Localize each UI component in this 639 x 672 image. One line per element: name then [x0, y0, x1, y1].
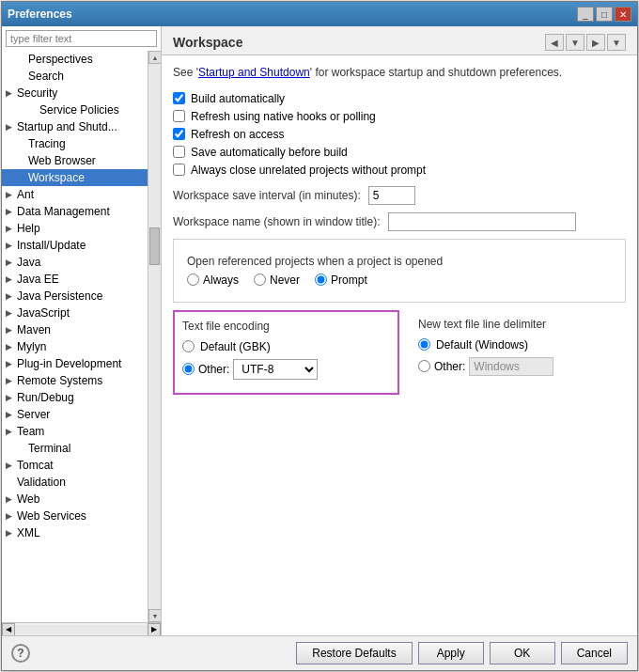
tree-item-search[interactable]: Search [2, 68, 148, 85]
other-encoding-row: Other: UTF-8 UTF-16 ISO-8859-1 GBK [182, 359, 390, 380]
tree-arrow-remote-systems: ▶ [6, 376, 17, 385]
tree-label-terminal: Terminal [28, 442, 70, 455]
text-encoding-box: Text file encoding Default (GBK) Other: … [173, 310, 399, 395]
apply-button[interactable]: Apply [418, 642, 484, 664]
checkbox-save-auto[interactable] [173, 146, 185, 158]
tree-item-team[interactable]: ▶Team [2, 423, 148, 440]
default-windows-radio[interactable] [418, 338, 430, 351]
tree-item-javascript[interactable]: ▶JavaScript [2, 305, 148, 321]
tree-label-javascript: JavaScript [17, 306, 70, 320]
save-interval-input[interactable] [368, 186, 415, 205]
always-option[interactable]: Always [187, 273, 239, 287]
prompt-radio[interactable] [315, 273, 327, 286]
filter-input[interactable] [6, 30, 157, 47]
tree-item-help[interactable]: ▶Help [2, 220, 148, 237]
cancel-button[interactable]: Cancel [561, 642, 628, 664]
tree-item-server[interactable]: ▶Server [2, 406, 148, 423]
tree-item-ant[interactable]: ▶Ant [2, 186, 148, 203]
other-encoding-radio[interactable] [182, 363, 195, 375]
always-label: Always [203, 273, 239, 287]
tree-item-java-ee[interactable]: ▶Java EE [2, 271, 148, 288]
tree-label-tomcat: Tomcat [17, 459, 54, 472]
help-button[interactable]: ? [11, 644, 30, 663]
checkbox-build-auto[interactable] [173, 92, 185, 104]
tree-item-terminal[interactable]: Terminal [2, 440, 148, 457]
tree-arrow-help: ▶ [6, 224, 17, 233]
tree-item-run-debug[interactable]: ▶Run/Debug [2, 389, 148, 406]
scroll-up-button[interactable]: ▲ [148, 51, 161, 64]
prompt-option[interactable]: Prompt [315, 273, 367, 287]
nav-dropdown-button[interactable]: ▼ [566, 34, 584, 51]
tree-scroll-wrap: PerspectivesSearch▶SecurityService Polic… [2, 51, 161, 622]
tree-item-xml[interactable]: ▶XML [2, 524, 148, 541]
checkbox-label-refresh-access: Refresh on access [191, 128, 284, 141]
tree-label-mylyn: Mylyn [17, 340, 46, 353]
tree-item-mylyn[interactable]: ▶Mylyn [2, 338, 148, 355]
tree-item-web-services[interactable]: ▶Web Services [2, 508, 148, 524]
tree-item-perspectives[interactable]: Perspectives [2, 51, 148, 68]
checkbox-refresh-access[interactable] [173, 128, 185, 140]
scroll-down-button[interactable]: ▼ [148, 609, 161, 622]
scroll-thumb[interactable] [149, 227, 160, 265]
tree-label-java: Java [17, 256, 40, 269]
prompt-label: Prompt [331, 273, 367, 287]
tree-label-search: Search [28, 70, 64, 83]
tree-item-tomcat[interactable]: ▶Tomcat [2, 457, 148, 474]
scroll-left-button[interactable]: ◀ [2, 623, 15, 636]
maximize-button[interactable]: □ [596, 7, 613, 22]
scroll-track[interactable] [148, 64, 161, 609]
tree-item-install-update[interactable]: ▶Install/Update [2, 237, 148, 254]
save-interval-label: Workspace save interval (in minutes): [173, 189, 361, 202]
tree-item-workspace[interactable]: Workspace [2, 169, 148, 186]
never-option[interactable]: Never [254, 273, 300, 287]
right-content: See 'Startup and Shutdown' for workspace… [162, 55, 637, 635]
tree-item-validation[interactable]: Validation [2, 474, 148, 491]
tree-item-plugin-development[interactable]: ▶Plug-in Development [2, 355, 148, 372]
default-windows-row: Default (Windows) [418, 338, 626, 352]
tree-item-maven[interactable]: ▶Maven [2, 321, 148, 338]
tree-label-run-debug: Run/Debug [17, 391, 74, 404]
nav-forward-dropdown-button[interactable]: ▼ [607, 34, 626, 51]
tree-item-java-persistence[interactable]: ▶Java Persistence [2, 288, 148, 305]
tree-item-data-management[interactable]: ▶Data Management [2, 203, 148, 220]
tree-item-web-browser[interactable]: Web Browser [2, 152, 148, 169]
tree-item-security[interactable]: ▶Security [2, 85, 148, 102]
startup-shutdown-link[interactable]: Startup and Shutdown [198, 66, 310, 79]
horiz-scroll-track[interactable] [15, 625, 148, 634]
tree-arrow-java-ee: ▶ [6, 274, 17, 284]
open-projects-radios: Always Never Prompt [187, 273, 617, 287]
tree-arrow-ant: ▶ [6, 190, 17, 199]
default-gbk-radio[interactable] [182, 340, 195, 352]
minimize-button[interactable]: _ [577, 7, 594, 22]
tree-arrow-java-persistence: ▶ [6, 291, 17, 301]
always-radio[interactable] [187, 273, 199, 286]
tree-label-workspace: Workspace [28, 171, 85, 184]
tree-item-startup-shutdown[interactable]: ▶Startup and Shutd... [2, 118, 148, 135]
delimiter-input [469, 357, 553, 376]
tree-item-java[interactable]: ▶Java [2, 254, 148, 271]
workspace-name-input[interactable] [388, 212, 576, 231]
tree-item-remote-systems[interactable]: ▶Remote Systems [2, 372, 148, 389]
tree-item-tracing[interactable]: Tracing [2, 135, 148, 152]
tree-label-tracing: Tracing [28, 137, 66, 150]
bottom-left: ? [11, 644, 30, 663]
ok-button[interactable]: OK [490, 642, 555, 664]
close-button[interactable]: ✕ [615, 7, 631, 22]
vertical-scrollbar[interactable]: ▲ ▼ [148, 51, 161, 622]
restore-defaults-button[interactable]: Restore Defaults [296, 642, 412, 664]
tree-arrow-tomcat: ▶ [6, 461, 17, 470]
other-delimiter-radio[interactable] [418, 360, 430, 372]
checkbox-close-unrelated[interactable] [173, 164, 185, 176]
nav-forward-button[interactable]: ▶ [586, 34, 605, 51]
description-post: ' for workspace startup and shutdown pre… [310, 66, 562, 79]
tree-label-security: Security [17, 86, 57, 100]
tree-item-web[interactable]: ▶Web [2, 491, 148, 508]
never-radio[interactable] [254, 273, 266, 286]
checkbox-refresh-native[interactable] [173, 110, 185, 122]
scroll-right-button[interactable]: ▶ [148, 623, 161, 636]
tree-item-service-policies[interactable]: Service Policies [2, 102, 148, 118]
encoding-dropdown[interactable]: UTF-8 UTF-16 ISO-8859-1 GBK [233, 359, 318, 380]
nav-back-button[interactable]: ◀ [545, 34, 564, 51]
tree-label-service-policies: Service Policies [39, 103, 119, 117]
horizontal-scrollbar[interactable]: ◀ ▶ [2, 622, 161, 635]
